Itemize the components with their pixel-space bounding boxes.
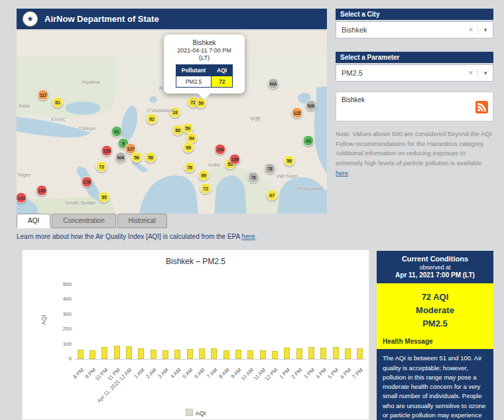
aqi-marker[interactable]: N/A (268, 78, 279, 90)
chart-bar[interactable] (223, 350, 229, 359)
page-title: AirNow Department of State (44, 14, 159, 24)
popup-city: Bishkek (166, 39, 242, 46)
chart-bar[interactable] (272, 351, 278, 359)
aqi-marker[interactable]: 160 (215, 144, 226, 155)
country-label: 中国 (250, 115, 261, 123)
note-suffix: . (348, 169, 350, 176)
current-aqi-pollutant: PM2.5 (377, 317, 493, 330)
chart-bar[interactable] (357, 348, 363, 359)
clear-city-icon[interactable]: × (464, 25, 478, 35)
aqi-marker[interactable]: 159 (229, 154, 241, 165)
chart-bar[interactable] (114, 346, 120, 359)
aqi-marker[interactable]: 56 (131, 152, 143, 163)
tab-aqi[interactable]: AQI (17, 214, 50, 228)
aqi-marker[interactable]: 117 (38, 90, 49, 101)
map-tabs: AQI Concentration Historical (17, 214, 167, 228)
chart-bar[interactable] (345, 348, 351, 359)
chart-bar[interactable] (101, 347, 107, 359)
health-message-title: Health Message (377, 336, 493, 349)
country-label: South Sudan (65, 200, 95, 206)
aqi-marker[interactable]: 55 (99, 192, 110, 203)
parameter-select[interactable]: PM2.5 × ▾ (336, 64, 493, 82)
chevron-down-icon[interactable]: ▾ (478, 27, 493, 33)
epa-link[interactable]: here (241, 233, 255, 240)
state-department-seal-icon: ★ (23, 11, 38, 27)
country-label: Türkiye (78, 125, 95, 131)
chart-bar[interactable] (211, 348, 217, 359)
aqi-marker[interactable]: 58 (284, 155, 295, 167)
chart-legend[interactable]: AQI (23, 409, 369, 417)
chart-bar[interactable] (308, 347, 314, 359)
chart-panel: Bishkek – PM2.5 AQI AQI 0100200300400500… (22, 249, 369, 420)
rss-icon[interactable] (475, 101, 488, 113)
chart-bar[interactable] (199, 348, 205, 359)
y-axis-tick: 0 (50, 356, 72, 362)
chart-bar[interactable] (284, 348, 290, 359)
aqi-marker[interactable]: 72 (200, 183, 212, 194)
country-label: India (208, 162, 220, 168)
popup-pollutant-header: Pollutant (176, 65, 211, 76)
current-aqi-value: 72 AQI (377, 291, 493, 304)
chart-bar[interactable] (174, 350, 180, 359)
note-here-link[interactable]: here (336, 169, 348, 176)
aqi-marker[interactable]: N/A (306, 100, 317, 111)
aqi-note: Note: Values above 500 are considered Be… (336, 129, 493, 178)
country-label: Italia (19, 103, 30, 109)
y-axis-tick: 200 (50, 326, 72, 332)
chart-bar[interactable] (187, 349, 193, 359)
chart-bar[interactable] (151, 350, 157, 359)
aqi-marker[interactable]: 122 (292, 107, 303, 119)
country-label: Ελλάς (51, 116, 66, 122)
chart-bar[interactable] (78, 350, 84, 359)
chart-bar[interactable] (296, 348, 302, 359)
tab-concentration[interactable]: Concentration (52, 214, 115, 228)
aqi-marker[interactable]: 43 (303, 135, 314, 147)
chevron-down-icon[interactable]: ▾ (478, 70, 493, 76)
app-header: ★ AirNow Department of State (17, 9, 327, 29)
city-select[interactable]: Bishkek × ▾ (336, 21, 493, 38)
chart-bar[interactable] (90, 350, 95, 359)
aqi-marker[interactable]: 78 (248, 172, 259, 183)
aqi-marker[interactable]: 58 (145, 152, 157, 163)
chart-bar[interactable] (126, 346, 132, 359)
y-axis-tick: 500 (50, 281, 72, 287)
chart-bar[interactable] (333, 347, 339, 359)
aqi-marker[interactable]: 76 (184, 162, 196, 173)
tab-historical[interactable]: Historical (117, 214, 167, 228)
aqi-marker[interactable]: 155 (101, 145, 113, 157)
legend-label: AQI (196, 410, 206, 417)
chart-bar[interactable] (320, 348, 326, 359)
y-axis-tick: 400 (50, 296, 72, 302)
aqi-marker[interactable]: 78 (265, 163, 276, 175)
aqi-marker[interactable]: 41 (111, 126, 123, 137)
feed-city-label: Bishkek (342, 96, 365, 104)
aqi-marker[interactable]: 176 (82, 176, 93, 188)
map-popup: Bishkek 2021-04-11 7:00 PM (LT) Pollutan… (164, 35, 245, 94)
aqi-marker[interactable]: 67 (267, 190, 278, 201)
city-select-value: Bishkek (336, 26, 464, 34)
aqi-marker[interactable]: 61 (52, 97, 64, 108)
chart-plot (74, 285, 366, 360)
current-conditions-panel: Current Conditions observed at Apr 11, 2… (377, 251, 493, 420)
chart-bar[interactable] (138, 348, 144, 359)
chart-bar[interactable] (260, 350, 266, 359)
chart-bar[interactable] (162, 350, 168, 359)
aqi-map[interactable]: 11761419155127N/A56587317618514355625372… (17, 31, 327, 214)
popup-aqi-header: AQI (212, 65, 233, 76)
clear-parameter-icon[interactable]: × (464, 68, 478, 78)
aqi-marker[interactable]: 143 (17, 192, 27, 204)
aqi-marker[interactable]: N/A (115, 152, 127, 163)
aqi-marker[interactable]: 99 (183, 142, 194, 153)
popup-datetime: 2021-04-11 7:00 PM (166, 47, 242, 54)
country-label: Україна (81, 79, 99, 85)
country-label: Niger (18, 172, 31, 178)
select-city-header: Select a City (336, 9, 493, 20)
note-text: Note: Values above 500 are considered Be… (336, 130, 493, 167)
x-axis-label: 7 PM (281, 362, 360, 374)
aqi-marker[interactable]: 73 (96, 161, 107, 173)
chart-bar[interactable] (247, 350, 253, 359)
aqi-marker[interactable]: 62 (147, 113, 158, 125)
aqi-marker[interactable]: 185 (36, 185, 48, 196)
chart-bar[interactable] (235, 350, 241, 359)
aqi-marker[interactable]: 99 (198, 170, 210, 181)
